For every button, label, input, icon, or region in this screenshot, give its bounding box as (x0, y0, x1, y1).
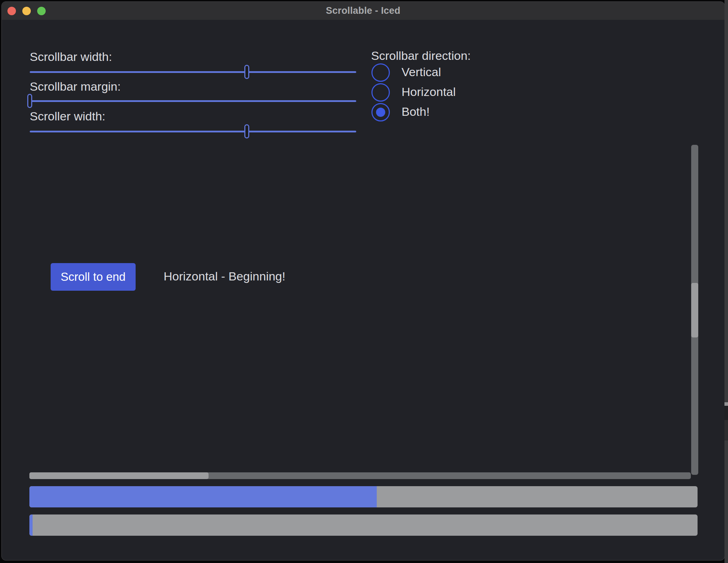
status-text: Horizontal - Beginning! (164, 269, 285, 283)
vertical-progress-fill (29, 514, 33, 536)
radio-label: Both! (402, 105, 430, 119)
slider-label: Scroller width: (30, 109, 106, 123)
radio-horizontal[interactable] (371, 83, 390, 102)
slider-track[interactable] (30, 100, 356, 102)
slider-handle[interactable] (27, 94, 32, 108)
horizontal-scrollbar-track[interactable] (29, 472, 691, 479)
vertical-scrollbar-track[interactable] (691, 145, 698, 475)
app-window: Scrollable - Iced Scrollbar width:Scroll… (1, 1, 725, 561)
vertical-scroller[interactable] (691, 283, 698, 338)
slider-track[interactable] (30, 131, 356, 132)
radio-selected-dot (376, 108, 385, 117)
content-area: Scrollbar width:Scrollbar margin:Scrolle… (2, 20, 724, 560)
slider-handle[interactable] (244, 65, 249, 79)
background-right-strip (724, 0, 728, 563)
slider-label: Scrollbar margin: (30, 80, 121, 93)
zoom-button[interactable] (37, 7, 46, 15)
vertical-progress-bar (29, 514, 698, 536)
horizontal-scroller[interactable] (29, 472, 209, 479)
slider-track[interactable] (30, 71, 356, 73)
radio-vertical[interactable] (371, 63, 390, 82)
horizontal-progress-bar (29, 486, 698, 507)
slider-handle[interactable] (244, 124, 249, 138)
close-button[interactable] (7, 7, 16, 15)
slider-label: Scrollbar width: (30, 50, 112, 64)
direction-label: Scrollbar direction: (371, 49, 471, 63)
scroll-to-end-button[interactable]: Scroll to end (51, 263, 136, 291)
window-title: Scrollable - Iced (326, 5, 400, 16)
minimize-button[interactable] (22, 7, 31, 15)
traffic-lights (7, 2, 46, 20)
radio-label: Vertical (402, 65, 441, 79)
radio-label: Horizontal (402, 85, 456, 99)
horizontal-progress-fill (29, 486, 377, 507)
titlebar: Scrollable - Iced (2, 2, 724, 20)
radio-both[interactable] (371, 103, 390, 121)
